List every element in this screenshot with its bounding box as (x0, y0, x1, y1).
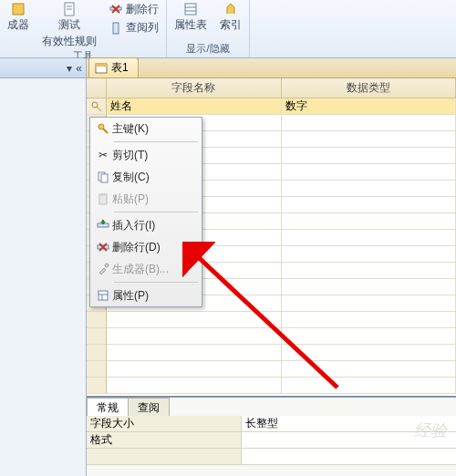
cell-datatype[interactable] (282, 328, 457, 345)
cell-datatype[interactable] (282, 263, 457, 279)
row-selector[interactable] (87, 328, 107, 345)
cell-fieldname[interactable] (107, 328, 282, 345)
cell-fieldname[interactable] (107, 378, 282, 394)
menu-label: 复制(C) (112, 170, 150, 185)
table-row[interactable] (87, 361, 456, 378)
cell-datatype[interactable] (282, 361, 457, 378)
cell-datatype[interactable] (282, 345, 457, 361)
test-button[interactable]: 测试 有效性规则 (42, 2, 97, 49)
table-row[interactable]: 姓名 数字 (87, 98, 456, 115)
property-sheet-label: 属性表 (174, 17, 207, 33)
ribbon-group-tools: 成器 测试 有效性规则 删除行 查阅列 工具 (0, 0, 167, 57)
property-row[interactable] (87, 449, 456, 465)
table-row[interactable] (87, 328, 456, 345)
cell-datatype[interactable] (282, 164, 457, 181)
svg-rect-8 (185, 4, 196, 15)
cell-datatype[interactable] (282, 115, 457, 131)
builder-label: 成器 (7, 17, 29, 33)
svg-rect-7 (113, 23, 119, 34)
menu-insert-row[interactable]: 插入行(I) (90, 214, 202, 236)
lookup-column-button[interactable]: 查阅列 (109, 20, 159, 36)
tab-bar: 表1 (87, 58, 456, 78)
field-properties-pane: 常规 查阅 字段大小 长整型 格式 (87, 396, 456, 476)
cell-datatype[interactable] (282, 181, 457, 197)
menu-copy[interactable]: 复制(C) (90, 166, 202, 188)
collapse-icon[interactable]: « (76, 62, 82, 75)
cell-datatype[interactable] (282, 279, 457, 295)
cell-datatype[interactable] (282, 148, 457, 164)
indexes-button[interactable]: 索引 (220, 2, 242, 33)
row-selector[interactable] (87, 345, 107, 361)
svg-line-16 (103, 129, 108, 133)
table-row[interactable] (87, 345, 456, 361)
indexes-label: 索引 (220, 17, 242, 33)
menu-label: 插入行(I) (112, 218, 155, 233)
cell-datatype[interactable]: 数字 (282, 98, 457, 115)
ribbon-group-showhide: 属性表 索引 显示/隐藏 (167, 0, 250, 57)
cell-datatype[interactable] (282, 131, 457, 148)
tab-table1[interactable]: 表1 (88, 57, 139, 78)
menu-label: 属性(P) (112, 288, 149, 304)
row-selector[interactable] (87, 312, 107, 328)
svg-rect-12 (96, 64, 107, 67)
menu-label: 主键(K) (112, 121, 149, 137)
menu-cut[interactable]: ✂ 剪切(T) (90, 144, 202, 166)
menu-label: 剪切(T) (112, 148, 148, 163)
cell-datatype[interactable] (282, 213, 457, 230)
cell-datatype[interactable] (282, 378, 457, 394)
delete-row-icon (109, 4, 122, 16)
cell-datatype[interactable] (282, 246, 457, 263)
scissors-icon: ✂ (94, 149, 112, 161)
menu-primary-key[interactable]: 主键(K) (90, 118, 202, 140)
row-selector[interactable] (87, 378, 107, 394)
insert-row-icon (94, 219, 112, 232)
row-selector[interactable] (87, 98, 107, 115)
lookup-icon (109, 22, 122, 35)
cell-fieldname[interactable] (107, 312, 282, 328)
builder-button[interactable]: 成器 (7, 2, 29, 33)
context-menu: 主键(K) ✂ 剪切(T) 复制(C) 粘贴(P) 插入行(I) 删除行(D) … (89, 117, 202, 307)
navigation-pane[interactable]: ▾ « (0, 58, 87, 476)
menu-paste: 粘贴(P) (90, 188, 202, 210)
menu-properties[interactable]: 属性(P) (90, 285, 202, 306)
delete-row-button[interactable]: 删除行 (109, 2, 159, 17)
table-icon (95, 62, 108, 75)
menu-builder: 生成器(B)... (90, 258, 202, 280)
table-row[interactable] (87, 378, 456, 394)
cell-fieldname[interactable] (107, 345, 282, 361)
column-header-datatype[interactable]: 数据类型 (282, 78, 457, 98)
column-header-row: 字段名称 数据类型 (87, 78, 456, 98)
watermark: 经验 (414, 419, 447, 441)
cell-datatype[interactable] (282, 312, 457, 328)
cell-fieldname[interactable]: 姓名 (107, 98, 282, 115)
copy-icon (94, 171, 112, 183)
delete-row-icon (94, 241, 112, 254)
property-row[interactable]: 格式 (87, 432, 456, 449)
ribbon: 成器 测试 有效性规则 删除行 查阅列 工具 (0, 0, 456, 58)
menu-delete-row[interactable]: 删除行(D) (90, 236, 202, 258)
properties-tab-lookup[interactable]: 查阅 (128, 398, 170, 416)
property-sheet-button[interactable]: 属性表 (174, 2, 207, 33)
svg-rect-27 (98, 291, 108, 300)
cell-datatype[interactable] (282, 295, 457, 312)
property-label: 字段大小 (87, 416, 242, 431)
lookup-label: 查阅列 (126, 20, 159, 36)
property-value[interactable] (242, 449, 456, 464)
properties-icon (94, 289, 112, 302)
select-all-corner[interactable] (87, 78, 107, 98)
delete-row-label: 删除行 (126, 2, 159, 17)
properties-tab-general[interactable]: 常规 (87, 398, 129, 416)
svg-rect-20 (101, 193, 105, 196)
table-row[interactable] (87, 312, 456, 328)
cell-datatype[interactable] (282, 197, 457, 213)
navigation-pane-header[interactable]: ▾ « (0, 58, 86, 78)
cell-datatype[interactable] (282, 230, 457, 246)
property-label (87, 449, 242, 464)
column-header-fieldname[interactable]: 字段名称 (107, 78, 282, 98)
key-icon (94, 122, 112, 135)
validation-label: 有效性规则 (42, 34, 97, 49)
property-row[interactable]: 字段大小 长整型 (87, 416, 456, 432)
svg-rect-18 (101, 174, 108, 182)
cell-fieldname[interactable] (107, 361, 282, 378)
row-selector[interactable] (87, 361, 107, 378)
